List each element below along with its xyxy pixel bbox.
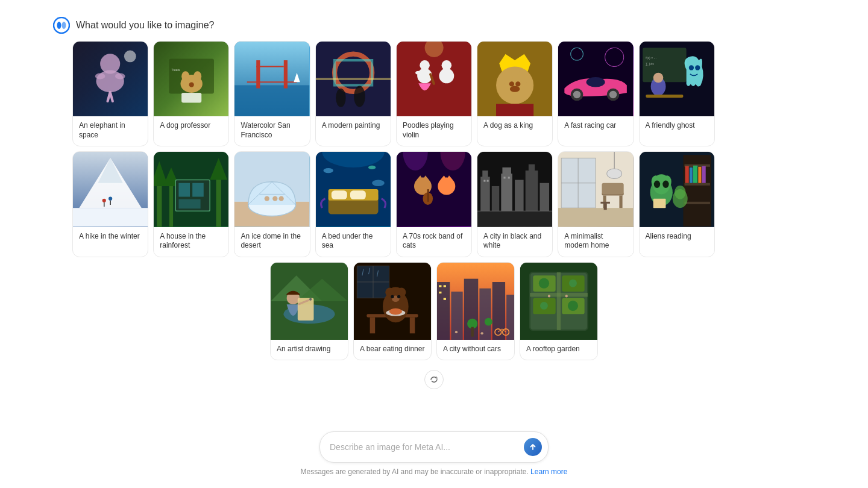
svg-text:∑ ∫ dx: ∑ ∫ dx (646, 62, 654, 66)
card-elephant[interactable]: An elephant in space (72, 41, 148, 146)
card-racing-car[interactable]: A fast racing car (558, 41, 634, 146)
card-elephant-label: An elephant in space (73, 116, 148, 146)
card-hike[interactable]: A hike in the winter (72, 151, 148, 257)
svg-rect-18 (234, 85, 309, 116)
svg-rect-121 (503, 167, 511, 177)
svg-rect-152 (693, 166, 697, 183)
svg-point-95 (368, 166, 376, 169)
card-rock-cats[interactable]: A 70s rock band of cats (396, 151, 472, 257)
card-rainforest[interactable]: A house in the rainforest (153, 151, 229, 257)
svg-text:f(x) = ...: f(x) = ... (646, 56, 656, 60)
svg-point-89 (265, 196, 269, 201)
card-ice-dome-label: An ice dome in the desert (234, 227, 309, 257)
svg-rect-201 (444, 298, 446, 300)
card-minimalist[interactable]: A minimalist modern home (558, 151, 634, 257)
gallery-container: An elephant in space Treats A dog profe (24, 41, 844, 404)
card-dog-king-label: A dog as a king (477, 116, 552, 137)
svg-rect-70 (73, 208, 148, 227)
svg-point-190 (389, 308, 402, 315)
input-area: Messages are generated by AI and may be … (0, 431, 868, 488)
svg-point-217 (539, 278, 549, 288)
card-rooftop[interactable]: A rooftop garden (520, 262, 598, 361)
svg-point-223 (548, 295, 550, 297)
card-sf[interactable]: Watercolor San Francisco (234, 41, 310, 146)
svg-point-15 (189, 83, 193, 87)
svg-rect-129 (508, 177, 510, 179)
svg-point-36 (441, 60, 451, 70)
svg-point-163 (675, 186, 686, 199)
svg-point-220 (568, 301, 578, 311)
svg-point-94 (323, 168, 333, 173)
card-rooftop-label: A rooftop garden (520, 340, 597, 360)
card-dog-professor-label: A dog professor (154, 116, 228, 137)
meta-logo-icon (53, 17, 70, 34)
learn-more-link[interactable]: Learn more (530, 468, 567, 476)
card-aliens[interactable]: Aliens reading (639, 151, 715, 257)
svg-point-96 (372, 180, 385, 186)
svg-rect-141 (601, 202, 611, 204)
svg-point-52 (609, 91, 617, 98)
svg-rect-110 (427, 190, 429, 202)
svg-rect-77 (179, 183, 190, 197)
svg-rect-142 (604, 204, 607, 210)
card-ice-dome[interactable]: An ice dome in the desert (234, 151, 310, 257)
svg-point-34 (415, 71, 421, 75)
svg-rect-78 (192, 183, 204, 197)
svg-point-2 (62, 22, 66, 29)
header-prompt: What would you like to imagine? (76, 20, 214, 31)
svg-rect-195 (479, 289, 491, 340)
card-ghost[interactable]: f(x) = ... ∑ ∫ dx A friendly ghost (639, 41, 715, 146)
svg-point-59 (695, 65, 700, 70)
describe-input[interactable] (330, 442, 519, 452)
svg-point-111 (438, 178, 455, 195)
card-city-no-cars[interactable]: A city without cars (436, 262, 515, 361)
svg-rect-200 (439, 292, 441, 293)
svg-point-218 (569, 280, 577, 287)
svg-line-9 (110, 92, 113, 101)
card-city-bw-label: A city in black and white (477, 227, 552, 257)
card-artist[interactable]: An artist drawing (270, 262, 348, 361)
card-bed-sea[interactable]: A bed under the sea (315, 151, 391, 257)
send-button[interactable] (524, 438, 542, 456)
card-poodles[interactable]: Poodles playing violin (396, 41, 472, 146)
card-rock-cats-label: A 70s rock band of cats (397, 227, 471, 257)
svg-point-6 (115, 74, 125, 80)
svg-point-61 (653, 73, 663, 83)
svg-point-39 (496, 66, 533, 104)
card-minimalist-label: A minimalist modern home (558, 227, 633, 257)
refresh-icon (430, 375, 438, 384)
svg-rect-192 (437, 282, 450, 340)
svg-rect-124 (529, 164, 535, 174)
svg-point-91 (279, 196, 284, 201)
svg-point-35 (439, 69, 454, 84)
card-bear-label: A bear eating dinner (354, 340, 431, 360)
svg-point-5 (95, 74, 105, 80)
svg-rect-222 (530, 293, 588, 296)
svg-point-68 (108, 197, 112, 201)
input-bar (319, 431, 549, 463)
svg-rect-127 (487, 180, 489, 182)
svg-point-188 (397, 295, 400, 298)
svg-rect-148 (684, 183, 709, 186)
svg-point-53 (587, 77, 605, 87)
svg-point-1 (57, 22, 61, 29)
svg-rect-19 (257, 60, 260, 89)
refresh-button[interactable] (424, 370, 444, 389)
card-artist-label: An artist drawing (271, 340, 348, 360)
svg-point-224 (565, 295, 568, 297)
card-modern-painting[interactable]: A modern painting (315, 41, 391, 146)
card-dog-professor[interactable]: Treats A dog professor (153, 41, 229, 146)
svg-rect-130 (477, 211, 552, 227)
svg-point-90 (273, 196, 278, 201)
card-racing-car-label: A fast racing car (558, 116, 633, 137)
svg-rect-20 (284, 60, 288, 89)
svg-rect-99 (332, 191, 347, 199)
card-bear[interactable]: A bear eating dinner (353, 262, 432, 361)
svg-rect-161 (653, 199, 665, 208)
card-city-bw[interactable]: A city in black and white (477, 151, 553, 257)
card-dog-king[interactable]: A dog as a king (477, 41, 553, 146)
svg-rect-16 (181, 93, 201, 103)
card-bed-sea-label: A bed under the sea (316, 227, 391, 257)
svg-point-13 (181, 72, 189, 82)
svg-rect-74 (169, 183, 173, 227)
